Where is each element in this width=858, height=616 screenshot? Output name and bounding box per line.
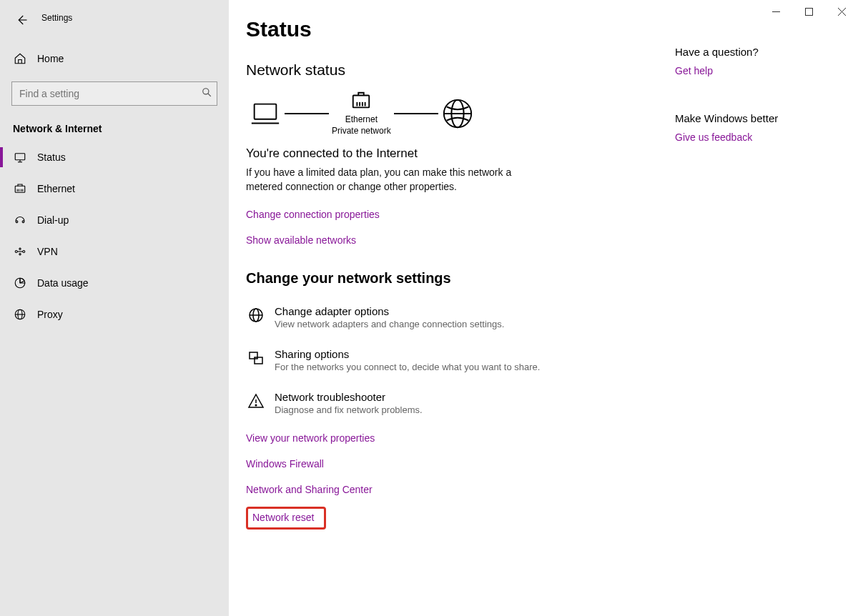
svg-point-12	[22, 221, 24, 223]
sidebar-item-data-usage[interactable]: Data usage	[0, 267, 229, 299]
adapter-icon	[246, 305, 266, 325]
change-adapter-item[interactable]: Change adapter options View network adap…	[246, 305, 646, 329]
feedback-link[interactable]: Give us feedback	[675, 131, 752, 143]
svg-point-17	[19, 254, 21, 255]
proxy-icon	[13, 307, 27, 322]
status-icon	[13, 150, 27, 164]
ethernet-device-icon	[350, 90, 372, 111]
settings-item-title: Sharing options	[275, 348, 540, 360]
sidebar-item-label: Ethernet	[37, 183, 75, 194]
svg-point-16	[19, 248, 21, 249]
settings-item-title: Change adapter options	[275, 305, 504, 317]
svg-rect-25	[805, 8, 812, 15]
network-diagram: Ethernet Private network	[249, 90, 646, 136]
sharing-center-link[interactable]: Network and Sharing Center	[246, 484, 373, 495]
svg-point-13	[15, 251, 17, 253]
diagram-eth-label: Ethernet	[332, 114, 391, 126]
status-headline: You're connected to the Internet	[246, 146, 646, 161]
network-reset-link[interactable]: Network reset	[252, 512, 314, 523]
sharing-icon	[246, 348, 266, 368]
svg-point-44	[255, 404, 257, 406]
settings-item-desc: Diagnose and fix network problems.	[275, 404, 423, 415]
svg-point-14	[23, 251, 25, 253]
diagram-eth-sublabel: Private network	[332, 126, 391, 137]
back-arrow-icon	[15, 14, 28, 26]
troubleshooter-item[interactable]: Network troubleshooter Diagnose and fix …	[246, 391, 646, 415]
close-icon	[838, 8, 846, 16]
svg-rect-30	[353, 96, 370, 108]
sharing-options-item[interactable]: Sharing options For the networks you con…	[246, 348, 646, 372]
change-connection-link[interactable]: Change connection properties	[246, 209, 380, 220]
sidebar-item-dialup[interactable]: Dial-up	[0, 204, 229, 236]
app-title: Settings	[41, 13, 72, 23]
firewall-link[interactable]: Windows Firewall	[246, 458, 324, 470]
better-title: Make Windows better	[675, 112, 847, 124]
sidebar-item-label: Status	[37, 151, 66, 163]
close-button[interactable]	[825, 0, 858, 23]
network-reset-highlight: Network reset	[246, 507, 326, 530]
settings-item-desc: For the networks you connect to, decide …	[275, 362, 540, 372]
show-networks-link[interactable]: Show available networks	[246, 234, 356, 246]
minimize-button[interactable]	[759, 0, 792, 23]
sidebar-item-label: Data usage	[37, 277, 89, 289]
sidebar-item-vpn[interactable]: VPN	[0, 236, 229, 267]
sidebar-item-status[interactable]: Status	[0, 141, 229, 173]
change-settings-title: Change your network settings	[246, 270, 646, 287]
minimize-icon	[772, 8, 780, 16]
search-input[interactable]	[11, 81, 217, 106]
maximize-button[interactable]	[792, 0, 825, 23]
vpn-icon	[13, 244, 27, 259]
svg-rect-3	[15, 154, 25, 160]
settings-item-title: Network troubleshooter	[275, 391, 423, 403]
svg-rect-28	[255, 104, 277, 119]
sidebar-item-label: Proxy	[37, 309, 63, 320]
home-nav[interactable]: Home	[0, 44, 229, 73]
svg-point-11	[16, 221, 18, 223]
maximize-icon	[805, 8, 813, 16]
dialup-icon	[13, 213, 27, 227]
question-title: Have a question?	[675, 46, 847, 58]
status-description: If you have a limited data plan, you can…	[246, 165, 532, 194]
ethernet-icon	[13, 182, 27, 196]
computer-icon	[249, 97, 282, 130]
sidebar: Settings Home Network & Internet Status …	[0, 0, 229, 616]
back-button[interactable]	[7, 9, 36, 31]
window-controls	[759, 0, 858, 23]
sidebar-item-label: Dial-up	[37, 214, 69, 226]
globe-icon	[441, 97, 474, 130]
svg-rect-6	[15, 186, 25, 192]
sidebar-item-label: VPN	[37, 246, 58, 257]
troubleshoot-icon	[246, 391, 266, 411]
sidebar-item-proxy[interactable]: Proxy	[0, 299, 229, 330]
right-column: Have a question? Get help Make Windows b…	[675, 17, 847, 616]
search-wrap	[11, 81, 217, 106]
home-label: Home	[37, 53, 64, 64]
network-status-title: Network status	[246, 61, 646, 79]
connection-line	[394, 113, 438, 114]
sidebar-section-title: Network & Internet	[13, 123, 229, 134]
get-help-link[interactable]: Get help	[675, 65, 713, 76]
connection-line	[285, 113, 329, 114]
sidebar-item-ethernet[interactable]: Ethernet	[0, 173, 229, 204]
home-icon	[13, 51, 27, 66]
settings-item-desc: View network adapters and change connect…	[275, 319, 504, 329]
view-properties-link[interactable]: View your network properties	[246, 432, 375, 444]
main-content: Status Network status Ethernet Private n…	[229, 0, 858, 616]
data-usage-icon	[13, 276, 27, 290]
page-title: Status	[246, 17, 646, 41]
